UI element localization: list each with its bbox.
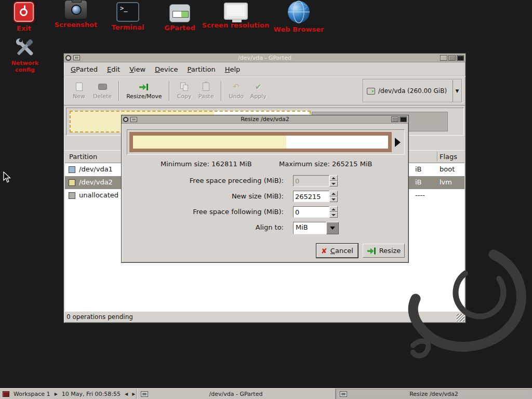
toolbar-separator (118, 81, 119, 101)
copy-button[interactable]: Copy (174, 81, 195, 101)
resize-button[interactable]: Resize (363, 244, 405, 258)
spin-down-button[interactable] (329, 196, 338, 202)
apply-icon: ✔ (255, 83, 262, 91)
paste-button[interactable]: Paste (195, 81, 217, 101)
menu-view[interactable]: View (125, 64, 150, 75)
icon-label-screen-resolution: Screen resolution (202, 21, 270, 29)
size-fragment: ---- (415, 191, 425, 199)
close-button[interactable] (457, 55, 464, 61)
size-fragment: iB (415, 165, 422, 173)
new-label: New (73, 93, 85, 100)
desktop-icon-screen-resolution[interactable]: Screen resolution (202, 3, 270, 29)
resize-dialog: Resize /dev/vda2 Minimum size: 162811 Mi… (121, 115, 409, 263)
spin-down-button[interactable] (329, 181, 338, 187)
field-free-space-preceding: Free space preceding (MiB): (122, 175, 409, 187)
desktop-icon-screenshot[interactable]: Screenshot (52, 0, 99, 29)
spin-up-button[interactable] (329, 191, 338, 196)
desktop-icon-exit[interactable]: Exit (8, 1, 40, 32)
workspace-next-icon[interactable]: ▶ (55, 392, 58, 396)
size-fragment: iB (415, 178, 422, 186)
menu-device[interactable]: Device (150, 64, 182, 75)
camera-lens-icon (71, 5, 82, 15)
toolbar-separator (221, 81, 222, 101)
fs-color-swatch (69, 192, 75, 199)
workspace-icon[interactable] (3, 391, 9, 397)
icon-label-gparted: GParted (159, 24, 201, 32)
chevron-down-icon[interactable]: ▼ (453, 80, 461, 102)
align-to-select[interactable]: MiB (293, 222, 339, 234)
dialog-title: Resize /dev/vda2 (122, 116, 408, 123)
cancel-label: Cancel (330, 247, 353, 255)
task-button-resize-dialog[interactable]: Resize /dev/vda2 (335, 389, 532, 399)
desktop-icon-gparted[interactable]: GParted (159, 4, 201, 32)
desktop-icon-web-browser[interactable]: Web Browser (270, 0, 327, 33)
task-button-gparted[interactable]: /dev/vda - GParted (136, 389, 335, 399)
status-text: 0 operations pending (66, 313, 133, 321)
cancel-x-icon: ✘ (321, 247, 327, 255)
resize-arrow-icon (367, 247, 376, 255)
partition-name: /dev/vda2 (79, 178, 113, 186)
maximize-button[interactable] (448, 55, 456, 61)
free-space-preceding-input[interactable] (293, 175, 329, 187)
desktop-icon-terminal[interactable]: >_ Terminal (107, 2, 149, 31)
undo-button[interactable]: ↶ Undo (225, 81, 247, 101)
grow-handle-icon[interactable] (395, 138, 401, 147)
icon-label-screenshot: Screenshot (52, 21, 99, 29)
minimum-size-label: Minimum size: 162811 MiB (161, 160, 252, 168)
resize-bar-widget[interactable] (127, 129, 405, 155)
dialog-titlebar[interactable]: Resize /dev/vda2 (122, 115, 408, 124)
tasklist-next-icon[interactable]: ▶ (132, 392, 135, 396)
partition-name: /dev/vda1 (79, 165, 113, 173)
gparted-titlebar[interactable]: /dev/vda - GParted (64, 54, 466, 62)
new-size-input[interactable] (293, 191, 329, 202)
resize-bar[interactable] (129, 132, 392, 152)
monitor-icon (224, 3, 248, 20)
paste-icon (203, 83, 209, 91)
camera-icon (64, 0, 87, 19)
apply-label: Apply (250, 93, 267, 100)
device-selector[interactable]: /dev/vda (260.00 GiB) ▼ (363, 79, 462, 103)
chevron-down-icon[interactable] (326, 222, 339, 234)
icon-label-terminal: Terminal (107, 23, 149, 31)
spin-up-button[interactable] (329, 175, 338, 181)
window-mini-icon (141, 391, 148, 397)
resize-move-button[interactable]: Resize/Move (123, 81, 165, 101)
maximum-size-label: Maximum size: 265215 MiB (279, 160, 372, 168)
app-icon (73, 55, 80, 60)
icon-label-web-browser: Web Browser (270, 25, 327, 33)
menu-help[interactable]: Help (220, 64, 245, 75)
column-separator (437, 152, 438, 162)
partition-flags: lvm (440, 178, 452, 186)
power-icon (13, 1, 35, 23)
cancel-button[interactable]: ✘ Cancel (316, 244, 358, 258)
minimize-button[interactable] (440, 55, 447, 61)
new-button[interactable]: New (68, 81, 90, 101)
undo-label: Undo (229, 93, 244, 100)
power-bar-icon (24, 5, 25, 10)
spin-down-button[interactable] (329, 212, 338, 218)
maximize-button[interactable] (391, 116, 398, 122)
free-space-following-input[interactable] (293, 206, 329, 218)
window-menu-icon[interactable] (123, 117, 128, 122)
menu-partition[interactable]: Partition (183, 64, 220, 75)
disk-icon (367, 88, 375, 95)
field-label: New size (MiB): (122, 191, 284, 202)
undo-icon: ↶ (233, 83, 240, 91)
menu-edit[interactable]: Edit (102, 64, 125, 75)
field-label: Align to: (122, 222, 284, 233)
copy-icon (180, 83, 189, 91)
workspace-label[interactable]: Workspace 1 (14, 391, 50, 397)
close-button[interactable] (400, 116, 407, 122)
column-partition: Partition (69, 153, 97, 161)
partition-flags: boot (440, 165, 455, 173)
app-icon (130, 117, 137, 122)
tasklist-prev-icon[interactable]: ◀ (125, 392, 128, 396)
spin-up-button[interactable] (329, 206, 338, 212)
desktop-icon-network-config[interactable]: Network config (3, 36, 47, 73)
window-menu-icon[interactable] (65, 55, 71, 61)
field-label: Free space preceding (MiB): (122, 175, 284, 187)
apply-button[interactable]: ✔ Apply (247, 81, 270, 101)
delete-button[interactable]: Delete (90, 81, 115, 101)
menu-gparted[interactable]: GParted (66, 64, 102, 75)
icon-label-exit: Exit (8, 24, 40, 32)
